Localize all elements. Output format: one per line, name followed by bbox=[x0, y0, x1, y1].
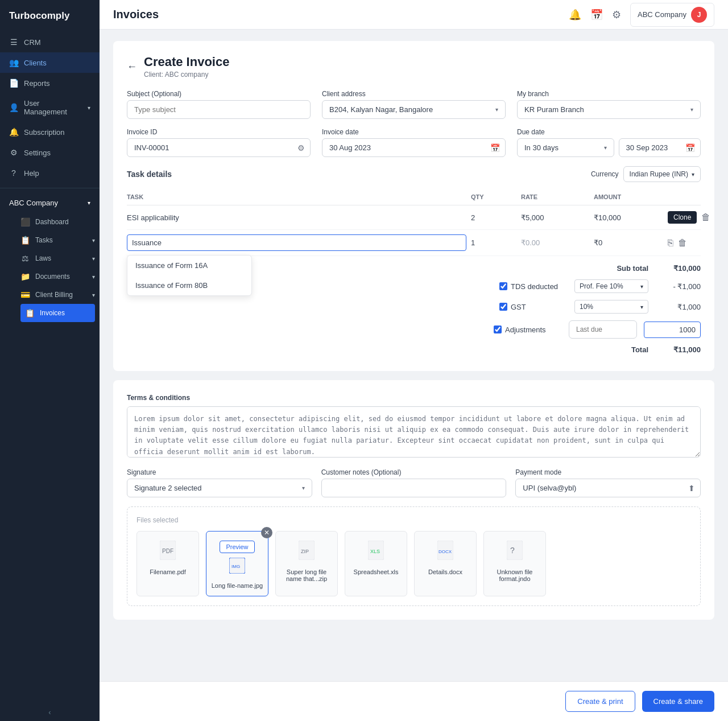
sidebar-item-help[interactable]: ? Help bbox=[0, 163, 100, 183]
task-details-section: Task details Currency Indian Rupee (INR)… bbox=[127, 166, 701, 357]
company-selector[interactable]: ABC Company ▾ bbox=[0, 193, 100, 213]
adjustments-checkbox[interactable] bbox=[494, 326, 502, 333]
file-item-zip[interactable]: ZIP Super long file name that...zip bbox=[275, 531, 338, 596]
dashboard-icon: ⬛ bbox=[20, 217, 30, 226]
invoice-date-wrapper: 📅 bbox=[322, 138, 506, 157]
gear-icon[interactable]: ⚙ bbox=[297, 143, 305, 153]
file-item-docx[interactable]: DOCX Details.docx bbox=[414, 531, 477, 596]
sidebar-item-client-billing[interactable]: 💳 Client Billing ▾ bbox=[16, 286, 100, 304]
file-item-jpg[interactable]: ✕ Preview IMG Long file-name.jpg bbox=[206, 531, 268, 596]
copy-button-2[interactable]: ⎘ bbox=[667, 237, 675, 249]
preview-button[interactable]: Preview bbox=[220, 541, 254, 553]
sidebar-label-dashboard: Dashboard bbox=[35, 218, 69, 226]
chevron-gst-icon: ▾ bbox=[640, 304, 643, 310]
col-qty: QTY bbox=[471, 193, 516, 200]
my-branch-select[interactable]: KR Puram Branch ▾ bbox=[517, 100, 701, 119]
calendar-icon[interactable]: 📅 bbox=[490, 143, 500, 153]
xls-icon: XLS bbox=[368, 541, 384, 564]
back-button[interactable]: ← bbox=[127, 61, 137, 73]
file-item-unknown[interactable]: ? Unknown file format.jndo bbox=[483, 531, 546, 596]
invoice-id-wrapper: ⚙ bbox=[127, 138, 311, 157]
files-grid: PDF Filename.pdf ✕ Preview IMG Long file… bbox=[136, 531, 691, 596]
sidebar-item-clients[interactable]: 👥 Clients bbox=[0, 52, 100, 73]
currency-select[interactable]: Indian Rupee (INR) ▾ bbox=[623, 166, 701, 182]
tds-select[interactable]: Prof. Fee 10% ▾ bbox=[574, 279, 648, 293]
company-badge[interactable]: ABC Company J bbox=[630, 3, 714, 27]
file-item-pdf[interactable]: PDF Filename.pdf bbox=[136, 531, 199, 596]
sidebar-label-subscription: Subscription bbox=[24, 128, 65, 137]
col-task: TASK bbox=[127, 193, 466, 200]
sidebar-item-tasks[interactable]: 📋 Tasks ▾ bbox=[16, 231, 100, 249]
upload-icon[interactable]: ⬆ bbox=[688, 484, 695, 493]
delete-button-2[interactable]: 🗑 bbox=[677, 237, 688, 249]
currency-value: Indian Rupee (INR) bbox=[630, 170, 688, 178]
gst-row: GST 10% ▾ ₹1,000 bbox=[127, 296, 701, 317]
invoice-id-label: Invoice ID bbox=[127, 128, 311, 136]
signature-select[interactable]: Signature 2 selected ▾ bbox=[127, 479, 312, 497]
chevron-branch-icon: ▾ bbox=[690, 106, 693, 113]
task-2-input[interactable] bbox=[127, 234, 466, 251]
sidebar-item-crm[interactable]: ☰ CRM bbox=[0, 32, 100, 52]
adjustments-value-input[interactable] bbox=[644, 322, 701, 338]
due-date-label: Due date bbox=[517, 128, 701, 136]
svg-text:DOCX: DOCX bbox=[439, 549, 452, 554]
calendar-due-icon[interactable]: 📅 bbox=[685, 143, 695, 153]
customer-notes-input[interactable] bbox=[321, 479, 507, 497]
img-icon: IMG bbox=[229, 558, 245, 578]
gst-select[interactable]: 10% ▾ bbox=[574, 300, 648, 314]
customer-notes-label: Customer notes (Optional) bbox=[321, 468, 507, 476]
sidebar-label-documents: Documents bbox=[35, 273, 70, 281]
file-2-delete[interactable]: ✕ bbox=[261, 527, 272, 538]
sidebar-collapse-button[interactable]: ‹ bbox=[0, 703, 100, 721]
file-item-xls[interactable]: XLS Spreadsheet.xls bbox=[345, 531, 407, 596]
task-dropdown-menu: Issuance of Form 16A Issuance of Form 80… bbox=[127, 255, 252, 296]
create-invoice-card: ← Create Invoice Client: ABC company Sub… bbox=[113, 41, 714, 371]
sidebar-item-settings[interactable]: ⚙ Settings bbox=[0, 142, 100, 163]
zip-icon: ZIP bbox=[299, 541, 315, 564]
clients-icon: 👥 bbox=[9, 58, 18, 67]
dropdown-item-1[interactable]: Issuance of Form 16A bbox=[127, 256, 251, 275]
calendar-icon[interactable]: 📅 bbox=[590, 9, 603, 21]
bottom-form-row: Signature Signature 2 selected ▾ Custome… bbox=[127, 468, 701, 497]
subscription-icon: 🔔 bbox=[9, 127, 18, 137]
create-share-button[interactable]: Create & share bbox=[642, 691, 714, 712]
total-row: Total ₹11,000 bbox=[127, 342, 701, 357]
tds-checkbox[interactable] bbox=[499, 282, 507, 290]
sidebar-sub-items: ⬛ Dashboard 📋 Tasks ▾ ⚖ Laws ▾ 📁 Documen… bbox=[0, 213, 100, 322]
sidebar-item-laws[interactable]: ⚖ Laws ▾ bbox=[16, 249, 100, 267]
notification-icon[interactable]: 🔔 bbox=[569, 9, 581, 21]
sidebar-item-dashboard[interactable]: ⬛ Dashboard bbox=[16, 213, 100, 231]
invoice-id-input[interactable] bbox=[127, 138, 311, 157]
invoice-date-input[interactable] bbox=[322, 138, 506, 157]
clone-button-1[interactable]: Clone bbox=[667, 210, 698, 225]
task-1-amount: ₹10,000 bbox=[594, 213, 662, 222]
delete-button-1[interactable]: 🗑 bbox=[700, 211, 712, 224]
total-label: Total bbox=[603, 345, 648, 354]
gst-label: GST bbox=[511, 303, 526, 311]
sidebar-item-invoices[interactable]: 📋 Invoices bbox=[20, 304, 95, 322]
sidebar-item-user-management[interactable]: 👤 User Management ▾ bbox=[0, 93, 100, 122]
payment-mode-input[interactable] bbox=[515, 479, 701, 497]
subject-input[interactable] bbox=[127, 100, 311, 119]
adjustments-placeholder-input[interactable] bbox=[569, 320, 637, 339]
chevron-tasks-icon: ▾ bbox=[92, 237, 95, 244]
page-header-text: Create Invoice Client: ABC company bbox=[144, 55, 229, 79]
task-2-rate: ₹0.00 bbox=[521, 238, 589, 247]
customer-notes-group: Customer notes (Optional) bbox=[321, 468, 507, 497]
create-print-button[interactable]: Create & print bbox=[565, 691, 635, 712]
sidebar-item-subscription[interactable]: 🔔 Subscription bbox=[0, 122, 100, 142]
sidebar-item-documents[interactable]: 📁 Documents ▾ bbox=[16, 267, 100, 286]
payment-mode-group: Payment mode ⬆ bbox=[515, 468, 701, 497]
sidebar-item-reports[interactable]: 📄 Reports bbox=[0, 73, 100, 93]
due-in-select[interactable]: In 30 days ▾ bbox=[517, 138, 614, 157]
dropdown-item-2[interactable]: Issuance of Form 80B bbox=[127, 275, 251, 295]
terms-textarea[interactable]: Lorem ipsum dolor sit amet, consectetur … bbox=[127, 406, 701, 458]
client-address-select[interactable]: B204, Kalyan Nagar, Bangalore ▾ bbox=[322, 100, 506, 119]
settings-gear-icon[interactable]: ⚙ bbox=[612, 9, 621, 21]
gst-checkbox[interactable] bbox=[499, 303, 507, 311]
sidebar-label-laws: Laws bbox=[35, 254, 51, 262]
chevron-down-icon: ▾ bbox=[495, 106, 498, 113]
sidebar-label-settings: Settings bbox=[24, 149, 51, 157]
company-badge-label: ABC Company bbox=[638, 10, 686, 19]
tds-option: Prof. Fee 10% bbox=[580, 282, 623, 290]
